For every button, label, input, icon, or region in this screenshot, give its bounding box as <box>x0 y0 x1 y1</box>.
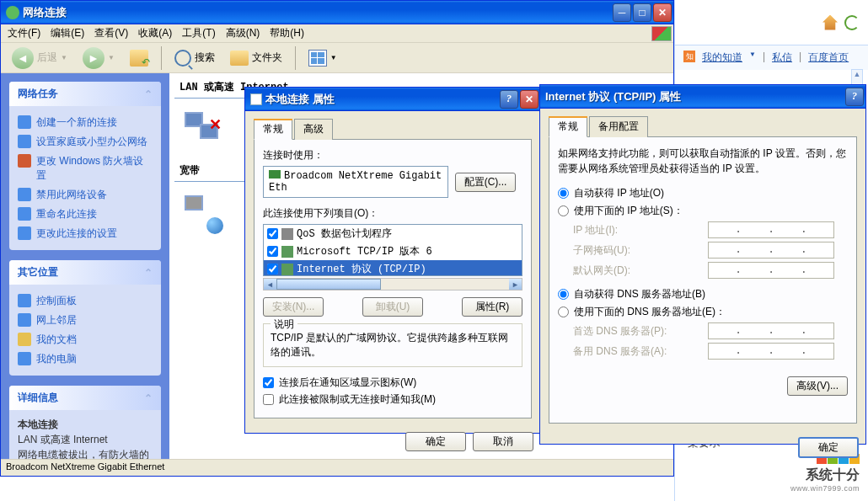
task-firewall[interactable]: 更改 Windows 防火墙设置 <box>18 152 153 185</box>
tab-general[interactable]: 常规 <box>254 119 292 140</box>
search-button[interactable]: 搜索 <box>169 47 221 69</box>
menu-tools[interactable]: 工具(T) <box>177 24 220 42</box>
firewall-icon <box>18 154 31 168</box>
panel-details: 详细信息 ⌃ 本地连接 LAN 或高速 Internet 网络电缆被拔出，有防火… <box>9 386 161 459</box>
folders-icon <box>230 51 249 66</box>
item-checkbox[interactable] <box>267 246 278 257</box>
task-rename[interactable]: 重命名此连接 <box>18 205 153 224</box>
home-net-icon <box>18 135 31 148</box>
collapse-icon: ⌃ <box>144 267 153 279</box>
menu-help[interactable]: 帮助(H) <box>265 24 309 42</box>
tab-alternate[interactable]: 备用配置 <box>589 116 648 137</box>
details-name: 本地连接 <box>18 417 153 432</box>
gateway-input: ... <box>708 262 834 279</box>
help-button[interactable]: ? <box>500 90 518 109</box>
menu-edit[interactable]: 编辑(E) <box>46 24 89 42</box>
place-cpanel[interactable]: 控制面板 <box>18 291 153 311</box>
forward-button[interactable]: ► ▼ <box>77 45 121 72</box>
cancel-button[interactable]: 取消 <box>473 432 533 451</box>
bg-link-3[interactable]: 百度首页 <box>808 51 849 65</box>
mask-input: ... <box>708 242 834 258</box>
back-button[interactable]: ◄ 后退 ▼ <box>6 45 73 72</box>
task-new-conn[interactable]: 创建一个新的连接 <box>18 113 153 132</box>
menu-fav[interactable]: 收藏(A) <box>133 24 177 42</box>
bg-link-1[interactable]: 我的知道 <box>702 51 742 65</box>
main-titlebar[interactable]: 网络连接 ─ □ ✕ <box>1 1 673 24</box>
protocol-icon <box>281 246 293 258</box>
search-icon <box>174 50 191 67</box>
item-checkbox[interactable] <box>267 264 278 274</box>
place-neighbor[interactable]: 网上邻居 <box>18 311 153 330</box>
menu-view[interactable]: 查看(V) <box>89 24 133 42</box>
tab-advanced[interactable]: 高级 <box>294 119 333 140</box>
panel-details-header[interactable]: 详细信息 ⌃ <box>9 386 161 410</box>
neighbor-icon <box>18 313 31 327</box>
menu-file[interactable]: 文件(F) <box>3 24 46 42</box>
minimize-button[interactable]: ─ <box>613 3 631 22</box>
up-button[interactable]: ↶ <box>124 47 154 69</box>
panel-places-header[interactable]: 其它位置 ⌃ <box>9 260 161 285</box>
radio-auto-ip[interactable] <box>558 188 569 199</box>
close-button[interactable]: ✕ <box>653 3 672 22</box>
local-connection-icon[interactable]: ✕ <box>181 109 223 151</box>
mask-label: 子网掩码(U): <box>573 243 708 258</box>
task-home-net[interactable]: 设置家庭或小型办公网络 <box>18 132 153 152</box>
tcpip-title: Internet 协议 (TCP/IP) 属性 <box>545 89 845 104</box>
properties-button[interactable]: 属性(R) <box>462 297 522 317</box>
window-icon <box>6 6 19 19</box>
list-item-selected[interactable]: Internet 协议 (TCP/IP) <box>264 260 522 276</box>
task-disable[interactable]: 禁用此网络设备 <box>18 185 153 205</box>
place-docs[interactable]: 我的文档 <box>18 330 153 349</box>
ok-button[interactable]: 确定 <box>798 437 859 458</box>
bg-link-2[interactable]: 私信 <box>772 51 792 65</box>
listbox-hscroll[interactable]: ◄► <box>263 278 522 290</box>
place-pc[interactable]: 我的电脑 <box>18 349 153 369</box>
list-item[interactable]: Microsoft TCP/IP 版本 6 <box>264 243 522 260</box>
advanced-button[interactable]: 高级(V)... <box>787 376 848 396</box>
maximize-button[interactable]: □ <box>633 3 651 22</box>
props-title: 本地连接 属性 <box>265 92 500 107</box>
globe-icon <box>206 217 223 234</box>
panel-tasks-header[interactable]: 网络任务 ⌃ <box>9 82 161 106</box>
folders-button[interactable]: 文件夹 <box>224 48 288 68</box>
back-icon: ◄ <box>12 47 34 69</box>
docs-icon <box>18 333 31 346</box>
props-titlebar[interactable]: ⊥ 本地连接 属性 ? ✕ <box>245 88 540 111</box>
dropdown-icon[interactable]: ▼ <box>749 51 756 65</box>
broadband-connection-icon[interactable] <box>181 192 223 234</box>
install-button: 安装(N)... <box>263 297 324 317</box>
tab-general[interactable]: 常规 <box>549 116 587 137</box>
views-button[interactable]: ▼ <box>303 47 343 69</box>
main-title: 网络连接 <box>23 5 613 20</box>
refresh-icon[interactable] <box>844 15 860 30</box>
dns1-label: 首选 DNS 服务器(P): <box>573 324 708 338</box>
ip-input: ... <box>708 221 834 238</box>
item-checkbox[interactable] <box>267 228 278 239</box>
task-settings[interactable]: 更改此连接的设置 <box>18 224 153 243</box>
service-icon <box>281 228 293 240</box>
collapse-icon: ⌃ <box>144 392 153 404</box>
radio-manual-ip[interactable] <box>558 205 569 216</box>
orange-badge: 知 <box>683 51 695 62</box>
dns1-input: ... <box>708 322 834 339</box>
toolbar: ◄ 后退 ▼ ► ▼ ↶ 搜索 文件夹 ▼ <box>1 43 673 73</box>
menu-advanced[interactable]: 高级(N) <box>221 24 265 42</box>
disconnected-icon: ✕ <box>209 115 222 134</box>
components-listbox[interactable]: QoS 数据包计划程序 Microsoft TCP/IP 版本 6 Intern… <box>263 224 522 276</box>
radio-manual-dns[interactable] <box>558 306 569 317</box>
tcpip-titlebar[interactable]: Internet 协议 (TCP/IP) 属性 ? <box>540 85 865 109</box>
chk-limited[interactable] <box>263 394 274 405</box>
home-icon[interactable] <box>822 15 838 30</box>
ok-button[interactable]: 确定 <box>405 432 466 451</box>
panel-tasks: 网络任务 ⌃ 创建一个新的连接 设置家庭或小型办公网络 更改 Windows 防… <box>9 82 161 250</box>
configure-button[interactable]: 配置(C)... <box>455 173 516 192</box>
dns2-input: ... <box>708 343 834 360</box>
list-item[interactable]: QoS 数据包计划程序 <box>264 225 522 243</box>
radio-auto-dns[interactable] <box>558 289 569 300</box>
help-button[interactable]: ? <box>845 88 864 106</box>
panel-places: 其它位置 ⌃ 控制面板 网上邻居 我的文档 我的电脑 <box>9 260 161 376</box>
details-type: LAN 或高速 Internet <box>18 432 153 447</box>
chk-notify[interactable] <box>263 377 274 388</box>
sidebar: 网络任务 ⌃ 创建一个新的连接 设置家庭或小型办公网络 更改 Windows 防… <box>1 73 169 459</box>
close-button[interactable]: ✕ <box>520 90 538 109</box>
